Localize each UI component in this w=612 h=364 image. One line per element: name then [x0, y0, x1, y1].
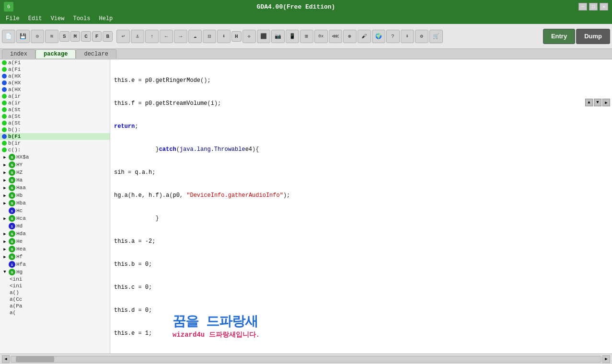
- toolbar-paint[interactable]: 🖌: [358, 30, 371, 43]
- toolbar-pkg[interactable]: ⊡: [203, 30, 216, 43]
- toolbar-c[interactable]: C: [81, 31, 91, 42]
- menu-tools[interactable]: Tools: [69, 14, 94, 23]
- sidebar-item-haa[interactable]: ▶ G Haa: [0, 184, 110, 192]
- sidebar-item-b1[interactable]: b():: [0, 126, 110, 133]
- toolbar-download2[interactable]: ⬇: [401, 30, 414, 43]
- sidebar-item-afi2[interactable]: a(Fi: [0, 66, 110, 73]
- sidebar-item-hea[interactable]: ▶ G Hea: [0, 245, 110, 253]
- code-line: this.f = p0.getStreamVolume(i);: [114, 100, 608, 107]
- toolbar-dl[interactable]: ⬇: [217, 30, 231, 43]
- minimize-button[interactable]: ─: [578, 3, 587, 11]
- sidebar-item-hba[interactable]: ▶ G Hba: [0, 199, 110, 207]
- toolbar-cross[interactable]: ✛: [242, 30, 256, 43]
- sidebar-item-hfa[interactable]: i Hfa: [0, 261, 110, 268]
- scroll-left-arrow[interactable]: ◀: [2, 355, 10, 363]
- menu-help[interactable]: Help: [95, 14, 116, 23]
- toolbar-arrow-back[interactable]: ←: [160, 30, 173, 43]
- nav-right-arrow[interactable]: ▶: [602, 99, 610, 106]
- sidebar-item-air1[interactable]: a(ir: [0, 93, 110, 100]
- toolbar-squares[interactable]: ⬛: [257, 30, 270, 43]
- toolbar-b[interactable]: B: [103, 31, 113, 42]
- toolbar-arrow-fwd[interactable]: →: [174, 30, 187, 43]
- toolbar-cart[interactable]: 🛒: [429, 30, 443, 43]
- close-button[interactable]: ✕: [600, 3, 608, 11]
- sidebar-item-ini1[interactable]: <ini: [0, 276, 110, 283]
- sidebar-item-hg[interactable]: ▼ G Hg: [0, 268, 110, 276]
- sidebar-item-air2[interactable]: a(ir: [0, 100, 110, 106]
- toolbar-open[interactable]: 📄: [2, 30, 15, 43]
- horizontal-scrollbar-track[interactable]: [11, 356, 601, 363]
- sidebar-item-ahx1[interactable]: a(HX: [0, 73, 110, 80]
- dot-green-icon: [2, 121, 7, 125]
- toolbar-help[interactable]: ?: [386, 30, 400, 43]
- code-line: this.b = 0;: [114, 261, 608, 268]
- sidebar-item-hxsa[interactable]: ▶ G HX$a: [0, 153, 110, 161]
- sidebar-item-bfi[interactable]: b(Fi: [0, 133, 110, 140]
- sidebar-item-c[interactable]: c():: [0, 147, 110, 153]
- toolbar-f[interactable]: F: [92, 31, 102, 42]
- sidebar-item-hca[interactable]: ▶ G Hca: [0, 215, 110, 222]
- dot-green-icon: [2, 114, 7, 119]
- toolbar-t2[interactable]: ≋: [45, 30, 58, 43]
- toolbar-t1[interactable]: ⊙: [31, 30, 44, 43]
- maximize-button[interactable]: □: [589, 3, 598, 11]
- scroll-right-arrow[interactable]: ▶: [602, 355, 610, 363]
- sidebar-item-hf[interactable]: ▶ G Hf: [0, 253, 110, 261]
- tab-declare[interactable]: declare: [76, 49, 116, 58]
- toolbar-web[interactable]: ⊛: [343, 30, 357, 43]
- sidebar-item-a-child[interactable]: a(): [0, 289, 110, 296]
- sidebar-item-hy[interactable]: ▶ G HY: [0, 161, 110, 169]
- menu-edit[interactable]: Edit: [24, 14, 46, 23]
- toolbar-left-hook[interactable]: ↩: [116, 30, 130, 43]
- tab-index[interactable]: index: [2, 49, 35, 58]
- sidebar-item-hc[interactable]: i Hc: [0, 207, 110, 215]
- i-icon: i: [9, 261, 15, 268]
- toolbar-save[interactable]: 💾: [16, 30, 30, 43]
- toolbar-camera[interactable]: 📷: [271, 30, 285, 43]
- toolbar-anchor[interactable]: ⚓: [131, 30, 144, 43]
- tab-package[interactable]: package: [35, 49, 76, 58]
- horizontal-scrollbar-thumb[interactable]: [16, 356, 54, 362]
- toolbar-m[interactable]: M: [70, 31, 81, 42]
- collapse-icon: ▼: [2, 269, 8, 275]
- sidebar-item-ast1[interactable]: a(St: [0, 106, 110, 113]
- sidebar-item-hd[interactable]: i Hd: [0, 222, 110, 230]
- nav-up-arrow[interactable]: ▲: [585, 99, 593, 106]
- toolbar-grid[interactable]: ⊞: [300, 30, 313, 43]
- sidebar-item-acc[interactable]: a(Cc: [0, 296, 110, 303]
- toolbar-arrow-up[interactable]: ↑: [145, 30, 159, 43]
- sidebar-item-ini2[interactable]: <ini: [0, 283, 110, 289]
- menu-view[interactable]: View: [47, 14, 69, 23]
- nav-down-arrow[interactable]: ▼: [594, 99, 601, 106]
- toolbar-cloud[interactable]: ☁: [188, 30, 202, 43]
- sidebar-item-apa[interactable]: a(Pa: [0, 303, 110, 309]
- sidebar-item-a-last[interactable]: a(: [0, 309, 110, 316]
- toolbar-settings[interactable]: ⚙: [415, 30, 428, 43]
- toolbar-net[interactable]: 🌍: [372, 30, 385, 43]
- sidebar-item-ha[interactable]: ▶ G Ha: [0, 176, 110, 184]
- sidebar-item-he[interactable]: ▶ G He: [0, 238, 110, 245]
- toolbar-s[interactable]: S: [59, 31, 69, 42]
- sidebar-item-bir[interactable]: b(ir: [0, 140, 110, 147]
- i-icon: i: [9, 223, 15, 229]
- sidebar-item-hda[interactable]: ▶ G Hda: [0, 230, 110, 238]
- sidebar-item-ast2[interactable]: a(St: [0, 113, 110, 120]
- sidebar-item-hb[interactable]: ▶ G Hb: [0, 192, 110, 199]
- dot-green-icon: [2, 60, 7, 65]
- code-line: si h = q.a.h;: [114, 169, 608, 176]
- sidebar-item-ast3[interactable]: a(St: [0, 120, 110, 126]
- toolbar-phone[interactable]: 📱: [286, 30, 299, 43]
- dump-button[interactable]: Dump: [576, 29, 610, 44]
- dot-blue-icon: [2, 87, 7, 92]
- toolbar-h[interactable]: H: [231, 31, 242, 42]
- sidebar-item-ahx3[interactable]: a(HX: [0, 86, 110, 93]
- toolbar-0x[interactable]: 0x: [314, 30, 328, 43]
- sidebar-item-hz[interactable]: ▶ G HZ: [0, 169, 110, 176]
- entry-button[interactable]: Entry: [543, 29, 575, 44]
- sidebar-item-ahx2[interactable]: a(HX: [0, 80, 110, 86]
- tab-bar: index package declare: [0, 49, 612, 59]
- sidebar-item-afi1[interactable]: a(Fi: [0, 59, 110, 66]
- menu-file[interactable]: File: [2, 14, 23, 23]
- code-panel[interactable]: ▲ ▼ ▶ this.e = p0.getRingerMode(); this.…: [110, 59, 612, 353]
- toolbar-link[interactable]: ⋘: [329, 30, 342, 43]
